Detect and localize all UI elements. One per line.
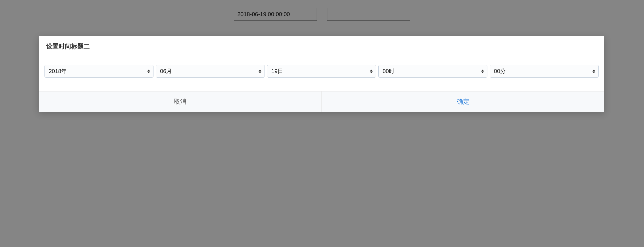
cancel-button[interactable]: 取消 xyxy=(39,91,322,112)
datetime-dialog: 设置时间标题二 2018年 06月 19日 00时 xyxy=(39,36,604,112)
month-select[interactable]: 06月 xyxy=(156,65,265,78)
dialog-title: 设置时间标题二 xyxy=(46,42,597,51)
year-select[interactable]: 2018年 xyxy=(44,65,153,78)
minute-select-wrap: 00分 xyxy=(490,65,599,78)
dialog-footer: 取消 确定 xyxy=(39,91,604,112)
confirm-button[interactable]: 确定 xyxy=(322,91,604,112)
dialog-header: 设置时间标题二 xyxy=(39,36,604,54)
dialog-body: 2018年 06月 19日 00时 xyxy=(39,54,604,91)
year-select-wrap: 2018年 xyxy=(44,65,153,78)
day-select-wrap: 19日 xyxy=(267,65,376,78)
day-select[interactable]: 19日 xyxy=(267,65,376,78)
minute-select[interactable]: 00分 xyxy=(490,65,599,78)
month-select-wrap: 06月 xyxy=(156,65,265,78)
hour-select-wrap: 00时 xyxy=(378,65,487,78)
hour-select[interactable]: 00时 xyxy=(378,65,487,78)
